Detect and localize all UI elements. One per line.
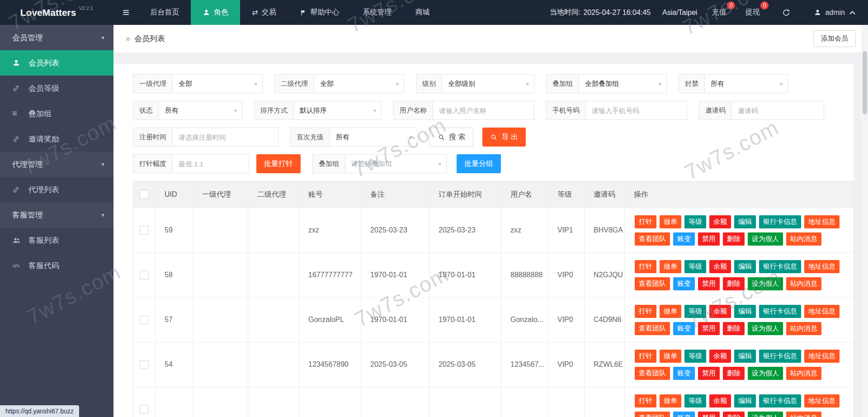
needle-range-input[interactable] <box>172 154 249 173</box>
scrollbar-thumb[interactable] <box>863 51 867 114</box>
search-button[interactable]: 搜 索 <box>429 128 473 147</box>
action-address-info[interactable]: 地址信息 <box>804 260 840 273</box>
sidebar-item-member-level[interactable]: 会员等级 <box>0 76 113 101</box>
add-member-button[interactable]: 添加会员 <box>813 30 856 47</box>
action-balance[interactable]: 余额 <box>709 305 731 318</box>
action-balance-change[interactable]: 账变 <box>673 367 695 380</box>
nav-system[interactable]: 系统管理 <box>351 0 404 25</box>
action-disable[interactable]: 禁用 <box>698 232 720 246</box>
sidebar-group-support-management[interactable]: 客服管理 ▾ <box>0 202 113 227</box>
action-needle[interactable]: 打针 <box>635 394 656 408</box>
action-set-fake-user[interactable]: 设为假人 <box>748 322 783 335</box>
sort-select[interactable]: 默认排序 ▾ <box>293 101 382 120</box>
sidebar-group-agent-management[interactable]: 代理管理 ▾ <box>0 152 113 177</box>
nav-trade[interactable]: ⇄ 交易 <box>240 0 288 25</box>
action-needle[interactable]: 打针 <box>635 260 656 273</box>
action-bank-card-info[interactable]: 银行卡信息 <box>759 394 801 408</box>
action-delete[interactable]: 删除 <box>723 412 745 417</box>
batch-needle-button[interactable]: 批量打针 <box>256 154 301 173</box>
action-make-order[interactable]: 做单 <box>660 305 681 318</box>
ban-select[interactable]: 所有 ▾ <box>704 74 788 93</box>
menu-toggle-button[interactable]: ≡ <box>113 0 138 25</box>
action-level[interactable]: 等级 <box>684 350 706 363</box>
row-checkbox[interactable] <box>140 226 149 235</box>
nav-roles[interactable]: 角色 <box>191 0 240 25</box>
reg-time-input[interactable] <box>172 128 278 147</box>
action-needle[interactable]: 打针 <box>635 350 656 363</box>
action-view-team[interactable]: 查看团队 <box>635 322 670 335</box>
action-balance[interactable]: 余额 <box>709 394 731 408</box>
action-site-message[interactable]: 站内消息 <box>786 322 821 335</box>
action-make-order[interactable]: 做单 <box>660 350 681 363</box>
action-level[interactable]: 等级 <box>684 215 706 228</box>
sidebar-group-member-management[interactable]: 会员管理 ▾ <box>0 25 113 50</box>
action-disable[interactable]: 禁用 <box>698 367 720 380</box>
invite-code-input[interactable] <box>731 101 824 120</box>
action-balance-change[interactable]: 账变 <box>673 412 695 417</box>
action-edit[interactable]: 编辑 <box>734 305 756 318</box>
phone-input[interactable] <box>585 101 687 120</box>
action-disable[interactable]: 禁用 <box>698 277 720 290</box>
agent2-select[interactable]: 全部 ▾ <box>314 74 404 93</box>
first-recharge-select[interactable]: 所有 ▾ <box>330 128 418 147</box>
action-set-fake-user[interactable]: 设为假人 <box>748 412 783 417</box>
recharge-button[interactable]: 充值 0 <box>703 0 737 25</box>
export-button[interactable]: 导 出 <box>482 128 525 147</box>
batch-group-button[interactable]: 批量分组 <box>457 154 501 173</box>
row-checkbox[interactable] <box>140 270 149 280</box>
action-edit[interactable]: 编辑 <box>734 260 756 273</box>
sidebar-item-member-list[interactable]: 会员列表 <box>0 50 113 76</box>
sidebar-item-support-code[interactable]: </> 客服代码 <box>0 253 113 278</box>
action-address-info[interactable]: 地址信息 <box>804 394 840 408</box>
row-checkbox[interactable] <box>140 360 149 369</box>
action-level[interactable]: 等级 <box>684 394 706 408</box>
action-site-message[interactable]: 站内消息 <box>786 232 821 246</box>
action-set-fake-user[interactable]: 设为假人 <box>748 232 783 246</box>
action-address-info[interactable]: 地址信息 <box>804 350 840 363</box>
action-balance-change[interactable]: 账变 <box>673 232 695 246</box>
nav-dashboard[interactable]: 后台首页 <box>138 0 191 25</box>
action-view-team[interactable]: 查看团队 <box>635 232 670 246</box>
action-edit[interactable]: 编辑 <box>734 394 756 408</box>
action-delete[interactable]: 删除 <box>723 322 745 335</box>
level-select[interactable]: 全部级别 ▾ <box>442 74 534 93</box>
nav-help-center[interactable]: 帮助中心 <box>288 0 351 25</box>
action-bank-card-info[interactable]: 银行卡信息 <box>759 350 801 363</box>
action-view-team[interactable]: 查看团队 <box>635 412 670 417</box>
action-view-team[interactable]: 查看团队 <box>635 277 670 290</box>
batch-group-select[interactable]: 请选择叠加组 ▾ <box>345 154 447 173</box>
action-needle[interactable]: 打针 <box>635 305 656 318</box>
row-checkbox[interactable] <box>140 315 149 324</box>
action-balance[interactable]: 余额 <box>709 260 731 273</box>
stack-group-select[interactable]: 全部叠加组 ▾ <box>579 74 667 93</box>
action-bank-card-info[interactable]: 银行卡信息 <box>759 305 801 318</box>
action-disable[interactable]: 禁用 <box>698 322 720 335</box>
action-balance-change[interactable]: 账变 <box>673 277 695 290</box>
sidebar-item-support-list[interactable]: 客服列表 <box>0 227 113 253</box>
select-all-checkbox[interactable] <box>140 190 149 199</box>
action-needle[interactable]: 打针 <box>635 215 656 228</box>
action-address-info[interactable]: 地址信息 <box>804 305 840 318</box>
action-view-team[interactable]: 查看团队 <box>635 367 670 380</box>
action-make-order[interactable]: 做单 <box>660 260 681 273</box>
action-site-message[interactable]: 站内消息 <box>786 367 821 380</box>
withdraw-button[interactable]: 提现 0 <box>737 0 770 25</box>
action-site-message[interactable]: 站内消息 <box>786 412 821 417</box>
action-bank-card-info[interactable]: 银行卡信息 <box>759 215 801 228</box>
agent1-select[interactable]: 全部 ▾ <box>172 74 263 93</box>
action-make-order[interactable]: 做单 <box>660 394 681 408</box>
action-edit[interactable]: 编辑 <box>734 350 756 363</box>
vertical-scrollbar[interactable] <box>862 25 868 417</box>
sidebar-item-invite-reward[interactable]: 邀请奖励 <box>0 126 113 152</box>
nav-mall[interactable]: 商城 <box>404 0 442 25</box>
action-disable[interactable]: 禁用 <box>698 412 720 417</box>
sidebar-item-agent-list[interactable]: 代理列表 <box>0 177 113 202</box>
action-balance[interactable]: 余额 <box>709 215 731 228</box>
action-balance[interactable]: 余额 <box>709 350 731 363</box>
status-select[interactable]: 所有 ▾ <box>159 101 242 120</box>
action-balance-change[interactable]: 账变 <box>673 322 695 335</box>
refresh-button[interactable] <box>770 0 802 25</box>
action-site-message[interactable]: 站内消息 <box>786 277 821 290</box>
action-bank-card-info[interactable]: 银行卡信息 <box>759 260 801 273</box>
action-set-fake-user[interactable]: 设为假人 <box>748 367 783 380</box>
